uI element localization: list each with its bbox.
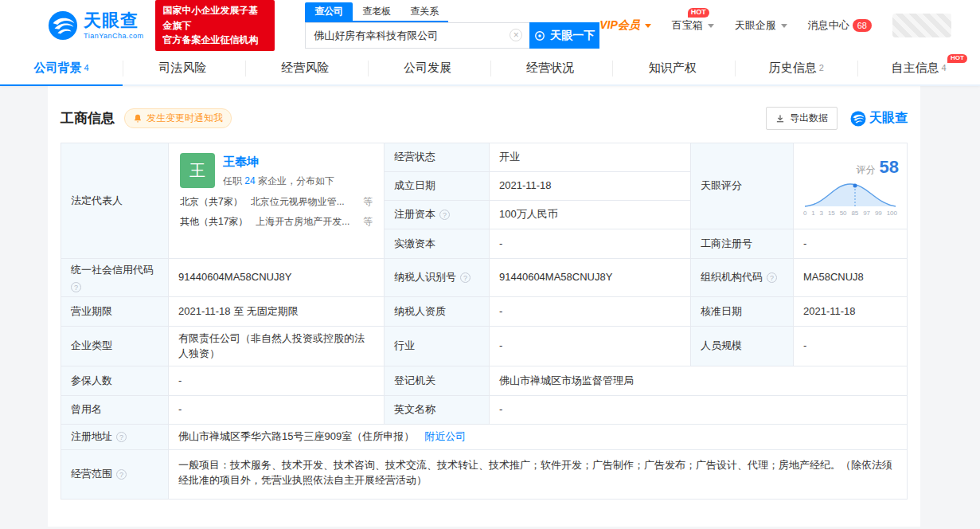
vip-label: VIP会员	[599, 18, 640, 33]
tianyancha-watermark: 天眼查	[850, 110, 908, 127]
dist-company-link[interactable]: 上海开古房地产开发...	[256, 215, 355, 229]
field-label-company-type: 企业类型	[61, 327, 169, 366]
rep-distribution-row: 其他（共17家） 上海开古房地产开发... 等	[180, 215, 373, 229]
card-header: 工商信息 发生变更时通知我 导出数据	[61, 107, 908, 130]
tab-label: 司法风险	[158, 61, 206, 76]
field-label-taxpayer-quality: 纳税人资质	[385, 297, 490, 327]
tab-operating-status[interactable]: 经营状况	[490, 51, 613, 84]
legal-rep-avatar-char: 王	[189, 159, 205, 182]
field-value-status: 开业	[490, 143, 691, 172]
search-tab-company[interactable]: 查公司	[305, 2, 353, 21]
field-value-reg-number: -	[794, 229, 908, 259]
field-label-credit-code: 统一社会信用代码?	[61, 259, 169, 297]
toolbox-label: 百宝箱	[672, 18, 703, 33]
toolbox-menu[interactable]: HOT 百宝箱	[672, 18, 714, 33]
dist-region: 北京（共7家）	[180, 195, 243, 209]
search-input[interactable]	[305, 22, 529, 49]
notify-change-button[interactable]: 发生变更时通知我	[124, 108, 232, 128]
field-label-approval-date: 核准日期	[691, 297, 794, 327]
tab-label: 历史信息	[769, 61, 817, 76]
tab-label: 公司背景	[33, 61, 81, 76]
tab-label: 知识产权	[649, 61, 697, 76]
tab-intellectual-property[interactable]: 知识产权	[612, 51, 735, 84]
tab-label: 经营风险	[281, 61, 329, 76]
enterprise-service-menu[interactable]: 天眼企服	[735, 18, 787, 33]
cert-badge-line2: 官方备案企业征信机构	[163, 33, 267, 48]
info-icon[interactable]: ?	[116, 432, 127, 442]
info-icon[interactable]: ?	[767, 272, 777, 283]
tab-self-published-info[interactable]: 自主信息4 HOT	[857, 51, 980, 84]
export-data-button[interactable]: 导出数据	[766, 107, 837, 130]
legal-rep-name-link[interactable]: 王奉坤	[223, 153, 334, 170]
tianyancha-logo[interactable]: 天眼查 TianYanCha.com	[48, 10, 144, 41]
hot-badge: HOT	[947, 54, 967, 63]
field-value-approval-date: 2021-11-18	[794, 297, 908, 327]
score-curve-chart	[803, 181, 897, 208]
score-axis: 0131550859799100	[803, 209, 897, 218]
hot-badge: HOT	[688, 8, 709, 18]
rep-company-count-link[interactable]: 24	[244, 175, 255, 186]
field-label-reg-address: 注册地址?	[61, 425, 169, 450]
bell-icon	[133, 114, 143, 123]
field-label-status: 经营状态	[385, 143, 490, 172]
message-center-label: 消息中心	[808, 18, 849, 33]
legal-rep-cell: 王 王奉坤 任职 24 家企业，分布如下 北京（共7家） 北京位元视界物业管..…	[169, 143, 385, 259]
field-label-industry: 行业	[385, 327, 490, 366]
tab-count: 2	[819, 63, 824, 72]
user-avatar[interactable]	[892, 14, 951, 37]
logo-title: 天眼查	[84, 12, 144, 29]
field-value-business-scope: 一般项目：技术服务、技术开发、技术咨询、技术交流、技术转让、技术推广；软件开发；…	[169, 450, 908, 500]
cert-badge-line1: 国家中小企业发展子基金旗下	[163, 3, 267, 33]
field-value-paid-capital: -	[490, 229, 691, 259]
rep-distribution: 北京（共7家） 北京位元视界物业管... 等 其他（共17家） 上海开古房地产开…	[180, 195, 373, 229]
field-value-credit-code: 91440604MA58CNUJ8Y	[169, 259, 385, 297]
eye-icon	[534, 30, 545, 41]
field-label-insured-count: 参保人数	[61, 366, 169, 396]
tab-history-info[interactable]: 历史信息2	[735, 51, 857, 84]
legal-rep-positions: 任职 24 家企业，分布如下	[223, 174, 334, 188]
field-label-staff-size: 人员规模	[691, 327, 794, 366]
message-center[interactable]: 消息中心 68	[808, 18, 872, 33]
caret-down-icon	[708, 24, 714, 28]
info-icon[interactable]: ?	[116, 469, 127, 480]
nearby-companies-link[interactable]: 附近公司	[424, 429, 466, 445]
search-area: 查公司 查老板 查关系 × 天眼一下	[305, 2, 599, 49]
legal-rep-avatar[interactable]: 王	[180, 153, 215, 188]
caret-down-icon	[645, 24, 651, 28]
dist-company-link[interactable]: 北京位元视界物业管...	[251, 195, 355, 209]
field-label-org-code: 组织机构代码?	[691, 259, 794, 297]
tab-count: 4	[84, 63, 88, 72]
tab-company-background[interactable]: 公司背景4	[0, 51, 123, 84]
dist-more: 等	[363, 195, 373, 209]
field-label-legal-rep: 法定代表人	[61, 143, 169, 259]
info-icon[interactable]: ?	[439, 210, 450, 220]
search-button[interactable]: 天眼一下	[529, 22, 599, 49]
tab-label: 公司发展	[404, 61, 451, 76]
field-value-reg-authority: 佛山市禅城区市场监督管理局	[490, 366, 908, 396]
search-tab-relation[interactable]: 查关系	[400, 2, 448, 21]
search-tabs: 查公司 查老板 查关系	[305, 2, 448, 22]
tab-operating-risk[interactable]: 经营风险	[245, 51, 368, 84]
download-icon	[775, 114, 785, 123]
score-value: 58	[880, 155, 899, 180]
score-word: 评分	[857, 163, 876, 177]
export-data-label: 导出数据	[790, 112, 828, 125]
company-section-tabs: 公司背景4 司法风险 经营风险 公司发展 经营状况 知识产权 历史信息2 自主信…	[0, 51, 980, 86]
tab-judicial-risk[interactable]: 司法风险	[123, 51, 245, 84]
vip-menu[interactable]: VIP会员	[599, 18, 651, 33]
search-tab-boss[interactable]: 查老板	[353, 2, 400, 21]
info-icon[interactable]: ?	[460, 272, 470, 283]
field-value-industry: -	[490, 327, 691, 366]
field-label-english-name: 英文名称	[385, 396, 490, 425]
tab-count: 4	[942, 63, 947, 72]
tianyancha-watermark-icon	[850, 111, 866, 127]
business-info-table: 法定代表人 王 王奉坤 任职 24 家企业，分布如下 北京（共7家）	[61, 143, 908, 500]
tianyan-score-cell[interactable]: 评分 58 0131550859799100	[794, 143, 908, 229]
field-value-reg-capital: 100万人民币	[490, 201, 691, 229]
field-label-reg-authority: 登记机关	[385, 366, 490, 396]
tianyancha-logo-icon	[48, 10, 78, 41]
field-value-taxpayer-id: 91440604MA58CNUJ8Y	[490, 259, 691, 297]
tab-company-development[interactable]: 公司发展	[368, 51, 490, 84]
dist-region: 其他（共17家）	[180, 215, 248, 229]
info-icon[interactable]: ?	[71, 282, 81, 292]
